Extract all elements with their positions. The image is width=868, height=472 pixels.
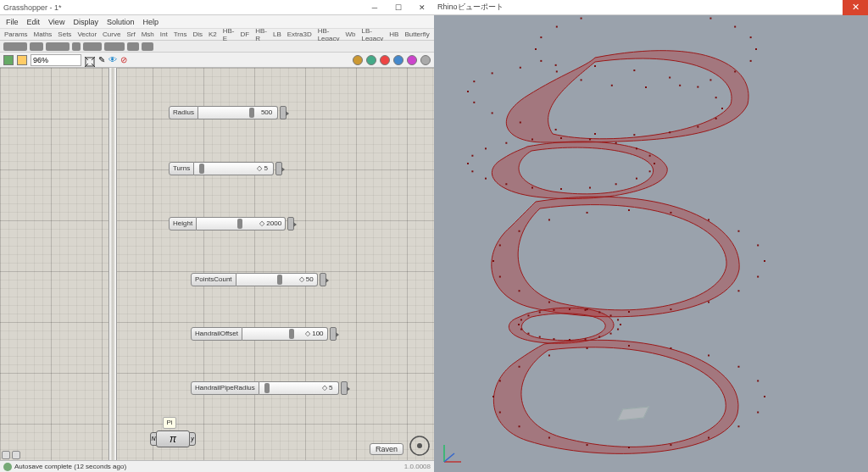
svg-rect-56 <box>471 155 473 157</box>
slider-output-grip[interactable] <box>320 273 326 286</box>
ribbon-tab[interactable]: Vector <box>75 31 99 38</box>
slider-track[interactable] <box>242 327 302 341</box>
svg-rect-111 <box>587 444 588 446</box>
ribbon-tab[interactable]: Extra3D <box>285 31 314 38</box>
slider-value: ◇ 50 <box>296 273 318 286</box>
open-icon[interactable] <box>17 55 27 65</box>
save-icon[interactable] <box>3 55 14 65</box>
ribbon-tab[interactable]: HB <box>387 31 401 38</box>
slider-output-grip[interactable] <box>287 217 294 230</box>
rhino-title: Rhinoビューポート <box>437 2 504 13</box>
tool-icon-3[interactable] <box>380 55 390 65</box>
cancel-icon[interactable]: ⊘ <box>120 55 127 64</box>
svg-rect-115 <box>492 396 494 397</box>
slider-value: ◇ 5 <box>319 381 339 395</box>
ribbon-group[interactable] <box>30 42 43 51</box>
svg-rect-121 <box>670 347 671 349</box>
svg-rect-41 <box>633 69 635 71</box>
menu-edit[interactable]: Edit <box>24 18 44 26</box>
ribbon-tab[interactable]: Int <box>158 31 170 38</box>
menu-file[interactable]: File <box>3 18 22 26</box>
ribbon-tab[interactable]: Msh <box>139 31 157 38</box>
svg-rect-24 <box>750 36 752 38</box>
ribbon-tab[interactable]: Params <box>2 31 31 38</box>
ribbon-tab[interactable]: HB-Legacy <box>315 27 342 42</box>
ribbon-tab[interactable]: HB-E <box>220 27 237 42</box>
slider-turns[interactable]: Turns◇ 5 <box>169 162 282 175</box>
menu-solution[interactable]: Solution <box>103 18 138 26</box>
rhino-viewport[interactable] <box>434 15 868 472</box>
rhino-close-button[interactable]: ✕ <box>843 0 868 15</box>
svg-rect-89 <box>585 338 587 340</box>
gh-canvas[interactable]: Radius500Turns◇ 5Height◇ 2000PointsCount… <box>0 68 434 460</box>
ribbon-tab[interactable]: Maths <box>31 31 55 38</box>
ribbon-tab[interactable]: K2 <box>206 31 220 38</box>
slider-output-grip[interactable] <box>280 106 287 119</box>
close-button[interactable]: ✕ <box>410 0 434 15</box>
menu-help[interactable]: Help <box>139 18 162 26</box>
zoom-input[interactable] <box>31 54 81 66</box>
ribbon-group[interactable] <box>3 42 27 51</box>
slider-track[interactable] <box>194 162 253 175</box>
slider-output-grip[interactable] <box>330 327 337 341</box>
svg-rect-76 <box>499 244 501 246</box>
ribbon-group[interactable] <box>104 42 125 51</box>
slider-track[interactable] <box>259 381 319 395</box>
pi-component[interactable]: N π y <box>156 430 190 447</box>
slider-height[interactable]: Height◇ 2000 <box>169 217 294 230</box>
ribbon-tab[interactable]: HB-R <box>253 27 270 42</box>
svg-rect-66 <box>757 276 759 278</box>
slider-radius[interactable]: Radius500 <box>169 106 287 119</box>
slider-handrailpiperadius[interactable]: HandrailPipeRadius◇ 5 <box>191 381 348 395</box>
ribbon-tab[interactable]: Butterfly <box>402 31 431 38</box>
ribbon-tab[interactable]: LB-Legacy <box>359 27 386 42</box>
svg-rect-77 <box>519 230 520 232</box>
pi-output-port[interactable]: y <box>189 432 196 446</box>
widget-1[interactable] <box>2 451 10 459</box>
sketch-icon[interactable]: ✎ <box>98 55 105 64</box>
svg-rect-55 <box>467 163 469 164</box>
ribbon-tab[interactable]: LB <box>270 31 284 38</box>
ribbon-group[interactable] <box>46 42 70 51</box>
slider-handrailoffset[interactable]: HandrailOffset◇ 100 <box>191 327 337 341</box>
slider-output-grip[interactable] <box>275 162 282 175</box>
ribbon-tab[interactable]: Wb <box>342 31 358 38</box>
tool-icon-2[interactable] <box>366 55 376 65</box>
rhino-titlebar[interactable]: Rhinoビューポート ✕ <box>434 0 868 15</box>
ribbon-tab[interactable]: Curve <box>100 31 123 38</box>
svg-rect-80 <box>628 209 630 211</box>
slider-track[interactable] <box>197 217 256 230</box>
slider-output-grip[interactable] <box>341 381 348 395</box>
svg-rect-30 <box>594 133 596 135</box>
menu-view[interactable]: View <box>45 18 68 26</box>
gh-titlebar[interactable]: Grasshopper - 1* ─ ☐ ✕ <box>0 0 434 15</box>
pi-input-port[interactable]: N <box>150 432 157 446</box>
tool-icon-4[interactable] <box>393 55 403 65</box>
minimize-button[interactable]: ─ <box>363 0 387 15</box>
slider-pointscount[interactable]: PointsCount◇ 50 <box>191 273 326 286</box>
ribbon-group[interactable] <box>127 42 139 51</box>
ribbon-tab[interactable]: Srf <box>124 31 137 38</box>
tool-icon-1[interactable] <box>353 55 363 65</box>
ribbon-group[interactable] <box>142 42 153 51</box>
menu-display[interactable]: Display <box>70 18 102 26</box>
maximize-button[interactable]: ☐ <box>387 0 410 15</box>
ribbon-tab[interactable]: Trns <box>171 31 190 38</box>
widget-2[interactable] <box>12 451 20 459</box>
gh-title: Grasshopper - 1* <box>3 3 62 12</box>
slider-track[interactable] <box>198 106 258 119</box>
eye-icon[interactable]: 👁 <box>108 55 117 64</box>
ribbon-group[interactable] <box>72 42 81 51</box>
tool-icon-6[interactable] <box>420 55 431 65</box>
tool-icon-5[interactable] <box>407 55 417 65</box>
ribbon-group[interactable] <box>83 42 102 51</box>
canvas-compass[interactable] <box>409 435 431 457</box>
zoom-extents-icon[interactable] <box>85 55 95 65</box>
raven-button[interactable]: Raven <box>370 443 403 455</box>
ribbon-tab[interactable]: DF <box>238 31 253 38</box>
svg-rect-94 <box>520 329 522 330</box>
slider-track[interactable] <box>236 273 296 286</box>
ribbon-tab[interactable]: Dis <box>190 31 205 38</box>
ribbon-tab[interactable]: Sets <box>55 31 74 38</box>
svg-rect-59 <box>531 138 533 140</box>
